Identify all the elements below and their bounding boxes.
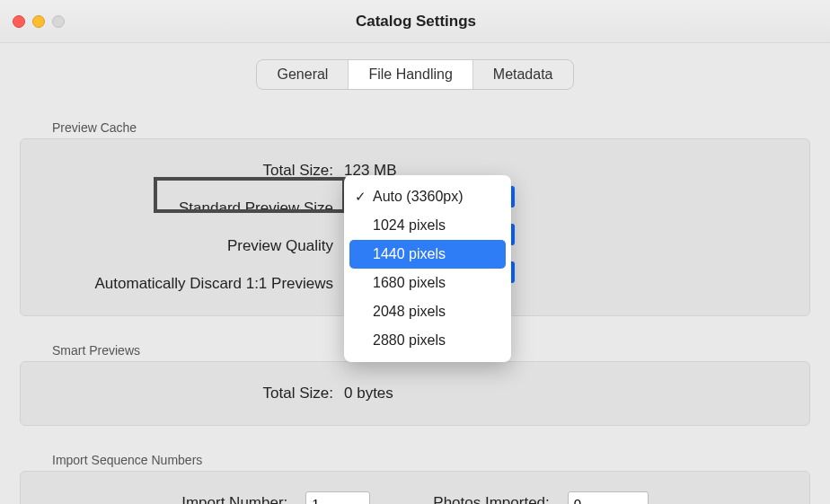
dropdown-option-1440[interactable]: 1440 pixels	[349, 240, 506, 269]
catalog-settings-window: Catalog Settings General File Handling M…	[0, 0, 830, 504]
import-seq-section: Import Number: Photos Imported:	[20, 471, 810, 504]
titlebar: Catalog Settings	[0, 0, 830, 43]
dropdown-option-label: 2880 pixels	[373, 332, 446, 349]
discard-previews-label: Automatically Discard 1:1 Previews	[21, 275, 344, 293]
import-seq-row: Import Number: Photos Imported:	[21, 484, 809, 504]
tab-metadata[interactable]: Metadata	[472, 60, 573, 89]
tab-file-handling[interactable]: File Handling	[348, 60, 472, 89]
dropdown-option-auto[interactable]: ✓ Auto (3360px)	[349, 182, 506, 211]
dropdown-option-label: Auto (3360px)	[373, 189, 464, 205]
smart-total-size-value: 0 bytes	[344, 385, 393, 402]
preview-cache-label: Preview Cache	[52, 120, 810, 135]
standard-preview-size-label: Standard Preview Size	[21, 199, 344, 217]
import-number-input[interactable]	[305, 491, 370, 504]
window-title: Catalog Settings	[14, 13, 817, 31]
dropdown-option-label: 1024 pixels	[373, 217, 446, 234]
dropdown-option-1680[interactable]: 1680 pixels	[349, 269, 506, 297]
standard-preview-size-dropdown[interactable]: ✓ Auto (3360px) 1024 pixels 1440 pixels …	[344, 175, 511, 362]
dropdown-option-label: 2048 pixels	[373, 304, 446, 320]
preview-cache-section: Total Size: 123 MB Standard Preview Size…	[20, 138, 810, 316]
total-size-label: Total Size:	[21, 162, 344, 180]
tabs-row: General File Handling Metadata	[0, 43, 830, 93]
dropdown-option-2880[interactable]: 2880 pixels	[349, 326, 506, 355]
smart-total-size-label: Total Size:	[21, 385, 344, 402]
import-number-label: Import Number:	[181, 494, 287, 504]
settings-panel: Preview Cache Total Size: 123 MB Standar…	[20, 120, 810, 504]
smart-total-size-row: Total Size: 0 bytes	[21, 375, 809, 412]
photos-imported-label: Photos Imported:	[433, 494, 549, 504]
checkmark-icon: ✓	[355, 189, 366, 205]
settings-tabs: General File Handling Metadata	[256, 59, 573, 90]
photos-imported-input[interactable]	[568, 491, 649, 504]
tab-general[interactable]: General	[257, 60, 348, 89]
dropdown-option-label: 1680 pixels	[373, 275, 446, 291]
dropdown-option-2048[interactable]: 2048 pixels	[349, 297, 506, 326]
smart-previews-section: Total Size: 0 bytes	[20, 361, 810, 426]
preview-quality-label: Preview Quality	[21, 237, 344, 255]
dropdown-option-1024[interactable]: 1024 pixels	[349, 211, 506, 240]
dropdown-option-label: 1440 pixels	[373, 246, 446, 262]
import-seq-label: Import Sequence Numbers	[52, 453, 810, 467]
